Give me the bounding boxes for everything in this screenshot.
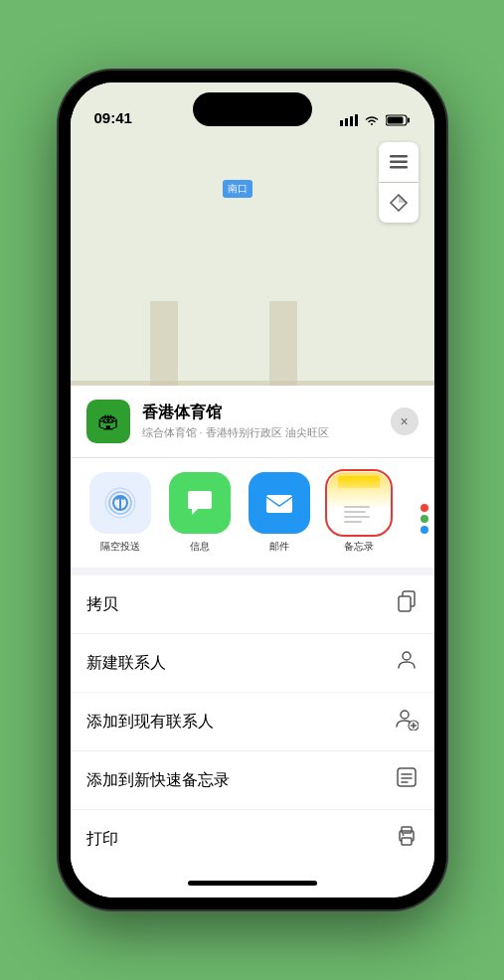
status-time: 09:41 [94, 109, 132, 126]
notes-icon [328, 472, 390, 534]
action-item-copy[interactable]: 拷贝 [71, 575, 434, 634]
print-label: 打印 [86, 829, 118, 850]
share-more[interactable] [405, 472, 434, 554]
svg-point-29 [401, 711, 409, 719]
svg-rect-36 [402, 838, 412, 845]
share-item-airdrop[interactable]: 隔空投送 [86, 472, 154, 554]
signal-icon [340, 114, 358, 126]
dot-blue [420, 526, 428, 534]
svg-rect-31 [398, 768, 416, 786]
dot-green [420, 515, 428, 523]
phone-screen: 南口 [71, 82, 434, 898]
home-bar [188, 881, 317, 886]
home-indicator [71, 868, 434, 898]
venue-info: 香港体育馆 综合体育馆 · 香港特别行政区 油尖旺区 [142, 403, 379, 440]
notes-label: 备忘录 [344, 540, 374, 554]
messages-label: 信息 [190, 540, 210, 554]
close-button[interactable]: × [391, 408, 419, 435]
airdrop-icon [89, 472, 151, 534]
venue-name: 香港体育馆 [142, 403, 379, 423]
add-existing-label: 添加到现有联系人 [86, 712, 214, 733]
action-item-add-notes[interactable]: 添加到新快速备忘录 [71, 751, 434, 810]
svg-rect-27 [399, 596, 411, 611]
svg-rect-13 [390, 161, 408, 164]
person-add-icon [395, 707, 419, 736]
dot-red [420, 504, 428, 512]
more-dots [420, 504, 428, 534]
phone-frame: 南口 [59, 71, 446, 909]
airdrop-label: 隔空投送 [100, 540, 140, 554]
action-item-add-existing[interactable]: 添加到现有联系人 [71, 693, 434, 751]
svg-rect-18 [355, 114, 358, 126]
notes-lines [344, 506, 374, 523]
mail-label: 邮件 [269, 540, 289, 554]
share-row: 隔空投送 信息 [71, 458, 434, 575]
svg-rect-20 [408, 118, 410, 123]
svg-rect-12 [390, 155, 408, 158]
copy-label: 拷贝 [86, 594, 118, 615]
battery-icon [386, 114, 411, 126]
mail-icon [249, 472, 310, 534]
map-controls [379, 142, 419, 223]
action-list: 拷贝 新建联系人 [71, 575, 434, 868]
map-layers-button[interactable] [379, 142, 419, 182]
copy-icon [395, 589, 419, 619]
action-item-print[interactable]: 打印 [71, 810, 434, 868]
svg-rect-14 [390, 166, 408, 169]
note-icon [395, 765, 419, 795]
svg-rect-21 [387, 117, 403, 124]
dynamic-island [193, 92, 312, 126]
svg-rect-15 [340, 120, 343, 126]
print-icon [395, 824, 419, 854]
share-item-notes[interactable]: 备忘录 [325, 472, 393, 554]
venue-icon: 🏟 [86, 400, 130, 443]
venue-description: 综合体育馆 · 香港特别行政区 油尖旺区 [142, 425, 379, 440]
share-item-mail[interactable]: 邮件 [246, 472, 313, 554]
svg-point-38 [402, 834, 404, 836]
status-icons [340, 114, 411, 126]
share-item-messages[interactable]: 信息 [166, 472, 234, 554]
bottom-sheet: 🏟 香港体育馆 综合体育馆 · 香港特别行政区 油尖旺区 × [71, 386, 434, 898]
map-label-nankou: 南口 [223, 180, 252, 198]
svg-rect-37 [402, 827, 412, 833]
svg-rect-25 [266, 495, 292, 513]
action-item-new-contact[interactable]: 新建联系人 [71, 634, 434, 693]
person-icon [395, 648, 419, 678]
add-notes-label: 添加到新快速备忘录 [86, 770, 230, 791]
svg-point-28 [403, 652, 411, 660]
new-contact-label: 新建联系人 [86, 653, 166, 674]
sheet-header: 🏟 香港体育馆 综合体育馆 · 香港特别行政区 油尖旺区 × [71, 386, 434, 458]
svg-rect-16 [345, 118, 348, 126]
svg-rect-17 [350, 116, 353, 126]
wifi-icon [364, 114, 380, 126]
messages-icon [169, 472, 231, 534]
map-location-button[interactable] [379, 183, 419, 223]
